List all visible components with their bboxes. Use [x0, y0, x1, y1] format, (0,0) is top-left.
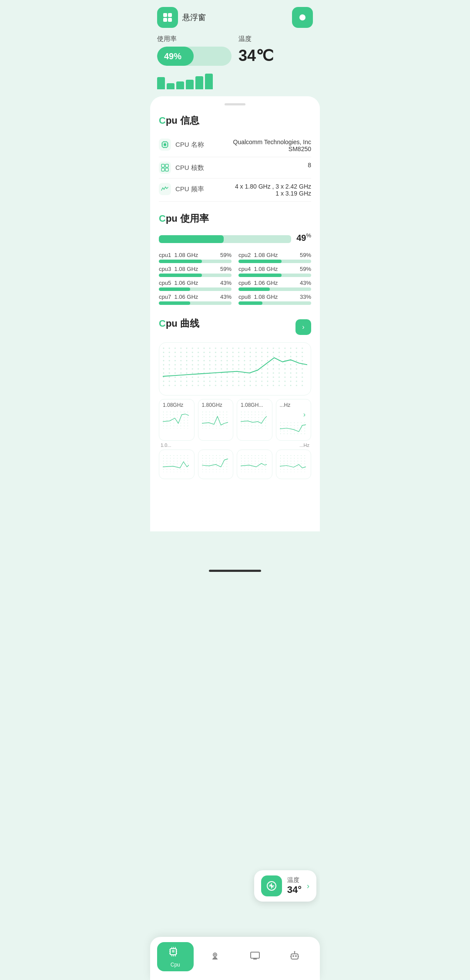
core-bar-fill-2 [238, 260, 282, 263]
chart-dot-bg [163, 346, 307, 390]
mini-chart-1-svg [163, 409, 191, 431]
cpu-info-rows: CPU 名称 Qualcomm Technologies, Inc SM8250… [159, 134, 311, 202]
mini-bar-3 [176, 81, 184, 89]
bottom-nav: Cpu [150, 937, 320, 980]
cpu-curve-chart [159, 342, 311, 395]
svg-rect-21 [161, 168, 164, 171]
usage-label: 使用率 [157, 35, 232, 43]
svg-rect-36 [202, 455, 230, 472]
core-bar-bg-3 [159, 274, 232, 277]
core-item-1: cpu1 1.08 GHz 59% [159, 252, 232, 263]
cpu-total-percent: 49% [296, 232, 311, 243]
chart-bottom-labels: 1.0... ...Hz [159, 443, 311, 448]
svg-rect-26 [163, 411, 191, 429]
cpu-info-heading: Cpu 信息 [159, 114, 311, 127]
mini-chart-8 [276, 449, 312, 479]
core-name-2: cpu2 1.08 GHz [238, 252, 278, 258]
core-name-8: cpu8 1.08 GHz [238, 294, 278, 300]
cpu-curve-heading-row: Cpu 曲线 › [159, 317, 311, 337]
record-button[interactable] [292, 7, 313, 28]
nav-item-monitor[interactable] [237, 947, 273, 966]
cpu-total-fill [159, 235, 224, 243]
svg-point-65 [292, 955, 294, 957]
temp-float-info: 温度 34° [287, 876, 302, 896]
core-percent-4: 59% [300, 266, 311, 272]
svg-rect-19 [161, 164, 164, 167]
home-indicator [209, 570, 261, 572]
temp-float-arrow[interactable]: › [307, 882, 309, 891]
core-header-4: cpu4 1.08 GHz 59% [238, 266, 311, 272]
core-bar-fill-5 [159, 287, 190, 291]
stats-top-row: 使用率 49% 温度 34℃ // Render dots inline via… [150, 33, 320, 96]
mini-chart-4-nav[interactable]: › [280, 409, 308, 420]
core-item-8: cpu8 1.08 GHz 33% [238, 294, 311, 305]
nav-monitor-icon [250, 950, 260, 963]
curve-nav-button[interactable]: › [295, 319, 311, 335]
mini-chart-1-label: 1.08GHz [163, 402, 191, 408]
nav-cpu-label: Cpu [171, 962, 180, 968]
cpu-usage-heading: Cpu 使用率 [159, 212, 311, 225]
core-bar-fill-8 [238, 301, 262, 305]
svg-point-4 [299, 14, 306, 20]
temp-dot-grid: // Render dots inline via JS after load [238, 68, 313, 90]
temp-float-card[interactable]: 温度 34° › [254, 870, 316, 902]
chart-label-1: 1.0... [161, 443, 171, 448]
temp-label: 温度 [238, 35, 313, 43]
nav-robot-icon [289, 950, 300, 963]
core-bar-fill-1 [159, 260, 202, 263]
core-name-4: cpu4 1.08 GHz [238, 266, 278, 272]
cpu-usage-bar: 49% [157, 47, 232, 66]
mini-chart-2-label: 1.80GHz [202, 402, 230, 408]
core-item-5: cpu5 1.06 GHz 43% [159, 280, 232, 291]
cpu-curve-section: Cpu 曲线 › 1.08G [159, 317, 311, 479]
core-name-1: cpu1 1.08 GHz [159, 252, 198, 258]
mini-chart-2-svg [202, 409, 230, 431]
svg-rect-24 [163, 347, 307, 389]
drag-handle[interactable] [225, 103, 245, 105]
svg-rect-22 [165, 168, 168, 171]
nav-item-map[interactable] [197, 947, 234, 966]
mini-chart-6-svg [202, 453, 230, 474]
temp-float-app-icon [261, 875, 282, 896]
mini-bar-2 [167, 83, 175, 89]
core-header-5: cpu5 1.06 GHz 43% [159, 280, 232, 286]
nav-item-robot[interactable] [277, 947, 313, 966]
nav-item-cpu[interactable]: Cpu [157, 942, 194, 971]
cpu-usage-widget: 使用率 49% [157, 35, 232, 91]
cpu-total-bar [159, 235, 291, 243]
chevron-right-icon-2: › [303, 411, 306, 419]
core-percent-3: 59% [220, 266, 232, 272]
top-bar: 悬浮窗 [150, 0, 320, 33]
mini-chart-4-svg [280, 420, 308, 436]
bottom-mini-charts: 1.08GHz 1.80GHz [159, 399, 311, 441]
svg-rect-64 [291, 954, 298, 959]
cpu-name-icon [159, 139, 171, 151]
mini-chart-8-svg [280, 453, 308, 474]
core-percent-7: 43% [220, 294, 232, 300]
core-bar-fill-7 [159, 301, 190, 305]
core-bar-bg-6 [238, 287, 311, 291]
core-percent-6: 43% [300, 280, 311, 286]
app-title: 悬浮窗 [182, 12, 206, 23]
mini-chart-6 [198, 449, 234, 479]
mini-chart-3-label: 1.08GH... [241, 402, 269, 408]
core-header-7: cpu7 1.06 GHz 43% [159, 294, 232, 300]
mini-bar-1 [157, 77, 165, 89]
mini-chart-1: 1.08GHz [159, 399, 195, 441]
core-bar-bg-1 [159, 260, 232, 263]
core-name-7: cpu7 1.06 GHz [159, 294, 198, 300]
mini-bar-6 [205, 74, 213, 89]
core-name-3: cpu3 1.08 GHz [159, 266, 198, 272]
cpu-usage-section: Cpu 使用率 49% cpu1 1.08 GHz 59% cpu2 1.08 … [159, 212, 311, 305]
app-icon[interactable] [157, 7, 178, 28]
core-bar-fill-4 [238, 274, 282, 277]
chevron-right-icon: › [302, 323, 304, 331]
svg-rect-2 [163, 18, 167, 22]
svg-rect-32 [280, 422, 308, 434]
cpu-total-row: 49% [159, 232, 311, 248]
cpu-cores-icon [159, 162, 171, 174]
cpu-freq-row: CPU 频率 4 x 1.80 GHz , 3 x 2.42 GHz1 x 3.… [159, 179, 311, 202]
svg-rect-20 [165, 164, 168, 167]
cpu-name-value: Qualcomm Technologies, Inc SM8250 [215, 139, 311, 152]
core-item-3: cpu3 1.08 GHz 59% [159, 266, 232, 277]
